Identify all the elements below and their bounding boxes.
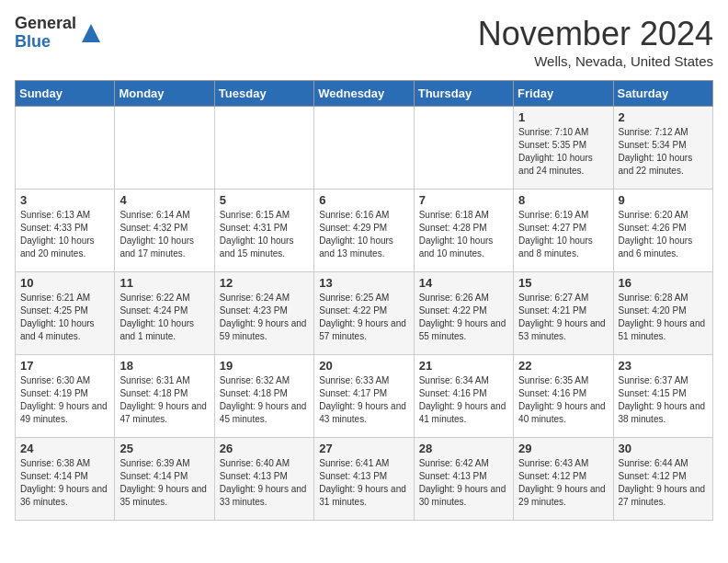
calendar-cell [16, 107, 115, 190]
calendar-cell: 5Sunrise: 6:15 AM Sunset: 4:31 PM Daylig… [214, 190, 313, 272]
day-number: 11 [119, 276, 209, 290]
svg-marker-0 [82, 24, 100, 42]
calendar-cell: 14Sunrise: 6:26 AM Sunset: 4:22 PM Dayli… [414, 272, 513, 355]
header-monday: Monday [115, 81, 214, 107]
day-info: Sunrise: 7:10 AM Sunset: 5:35 PM Dayligh… [518, 126, 608, 178]
day-number: 24 [20, 442, 109, 455]
title-block: November 2024 Wells, Nevada, United Stat… [478, 15, 713, 69]
day-number: 6 [319, 193, 408, 207]
logo-general: General [15, 15, 76, 33]
page-header: General Blue November 2024 Wells, Nevada… [15, 15, 713, 69]
calendar-cell: 27Sunrise: 6:41 AM Sunset: 4:13 PM Dayli… [314, 438, 414, 521]
day-info: Sunrise: 6:24 AM Sunset: 4:23 PM Dayligh… [220, 292, 309, 343]
logo-icon [78, 20, 104, 46]
day-info: Sunrise: 6:25 AM Sunset: 4:22 PM Dayligh… [319, 292, 408, 343]
header-friday: Friday [514, 81, 613, 107]
day-number: 9 [619, 193, 708, 207]
day-info: Sunrise: 6:40 AM Sunset: 4:13 PM Dayligh… [220, 457, 309, 509]
day-number: 18 [119, 359, 209, 373]
day-number: 8 [518, 193, 608, 207]
header-sunday: Sunday [16, 81, 115, 107]
day-info: Sunrise: 6:31 AM Sunset: 4:18 PM Dayligh… [119, 374, 209, 426]
day-info: Sunrise: 6:34 AM Sunset: 4:16 PM Dayligh… [419, 374, 508, 426]
day-number: 17 [20, 359, 109, 373]
day-number: 2 [619, 110, 708, 124]
calendar-cell: 3Sunrise: 6:13 AM Sunset: 4:33 PM Daylig… [16, 190, 115, 272]
calendar-cell: 11Sunrise: 6:22 AM Sunset: 4:24 PM Dayli… [115, 272, 214, 355]
day-number: 28 [419, 442, 508, 455]
day-info: Sunrise: 6:39 AM Sunset: 4:14 PM Dayligh… [119, 457, 209, 509]
calendar-table: SundayMondayTuesdayWednesdayThursdayFrid… [15, 80, 713, 521]
day-number: 13 [319, 276, 408, 290]
calendar-cell: 26Sunrise: 6:40 AM Sunset: 4:13 PM Dayli… [214, 438, 313, 521]
calendar-cell: 24Sunrise: 6:38 AM Sunset: 4:14 PM Dayli… [16, 438, 115, 521]
calendar-cell: 18Sunrise: 6:31 AM Sunset: 4:18 PM Dayli… [115, 355, 214, 438]
day-number: 22 [518, 359, 608, 373]
logo: General Blue [15, 15, 104, 52]
calendar-cell: 21Sunrise: 6:34 AM Sunset: 4:16 PM Dayli… [414, 355, 513, 438]
calendar-cell: 6Sunrise: 6:16 AM Sunset: 4:29 PM Daylig… [314, 190, 414, 272]
day-number: 5 [220, 193, 309, 207]
calendar-week-3: 10Sunrise: 6:21 AM Sunset: 4:25 PM Dayli… [16, 272, 713, 355]
day-number: 16 [619, 276, 708, 290]
day-info: Sunrise: 6:32 AM Sunset: 4:18 PM Dayligh… [220, 374, 309, 426]
day-number: 29 [518, 442, 608, 455]
day-number: 19 [220, 359, 309, 373]
day-info: Sunrise: 6:44 AM Sunset: 4:12 PM Dayligh… [619, 457, 708, 509]
calendar-cell: 4Sunrise: 6:14 AM Sunset: 4:32 PM Daylig… [115, 190, 214, 272]
calendar-cell: 25Sunrise: 6:39 AM Sunset: 4:14 PM Dayli… [115, 438, 214, 521]
day-number: 30 [619, 442, 708, 455]
calendar-cell [115, 107, 214, 190]
day-number: 20 [319, 359, 408, 373]
day-info: Sunrise: 6:20 AM Sunset: 4:26 PM Dayligh… [619, 209, 708, 260]
day-info: Sunrise: 6:30 AM Sunset: 4:19 PM Dayligh… [20, 374, 109, 426]
day-info: Sunrise: 6:18 AM Sunset: 4:28 PM Dayligh… [419, 209, 508, 260]
day-number: 10 [20, 276, 109, 290]
header-saturday: Saturday [613, 81, 712, 107]
day-info: Sunrise: 6:33 AM Sunset: 4:17 PM Dayligh… [319, 374, 408, 426]
location: Wells, Nevada, United States [478, 53, 713, 69]
calendar-cell: 22Sunrise: 6:35 AM Sunset: 4:16 PM Dayli… [514, 355, 613, 438]
day-info: Sunrise: 7:12 AM Sunset: 5:34 PM Dayligh… [619, 126, 708, 178]
calendar-cell: 29Sunrise: 6:43 AM Sunset: 4:12 PM Dayli… [514, 438, 613, 521]
calendar-cell: 8Sunrise: 6:19 AM Sunset: 4:27 PM Daylig… [514, 190, 613, 272]
calendar-week-2: 3Sunrise: 6:13 AM Sunset: 4:33 PM Daylig… [16, 190, 713, 272]
day-info: Sunrise: 6:22 AM Sunset: 4:24 PM Dayligh… [119, 292, 209, 343]
header-tuesday: Tuesday [214, 81, 313, 107]
calendar-week-1: 1Sunrise: 7:10 AM Sunset: 5:35 PM Daylig… [16, 107, 713, 190]
logo-text: General Blue [15, 15, 76, 52]
calendar-cell: 10Sunrise: 6:21 AM Sunset: 4:25 PM Dayli… [16, 272, 115, 355]
month-title: November 2024 [478, 15, 713, 53]
calendar-cell: 30Sunrise: 6:44 AM Sunset: 4:12 PM Dayli… [613, 438, 712, 521]
calendar-cell: 23Sunrise: 6:37 AM Sunset: 4:15 PM Dayli… [613, 355, 712, 438]
calendar-cell: 2Sunrise: 7:12 AM Sunset: 5:34 PM Daylig… [613, 107, 712, 190]
calendar-cell: 19Sunrise: 6:32 AM Sunset: 4:18 PM Dayli… [214, 355, 313, 438]
day-number: 3 [20, 193, 109, 207]
day-info: Sunrise: 6:26 AM Sunset: 4:22 PM Dayligh… [419, 292, 508, 343]
calendar-week-4: 17Sunrise: 6:30 AM Sunset: 4:19 PM Dayli… [16, 355, 713, 438]
day-info: Sunrise: 6:19 AM Sunset: 4:27 PM Dayligh… [518, 209, 608, 260]
day-info: Sunrise: 6:28 AM Sunset: 4:20 PM Dayligh… [619, 292, 708, 343]
day-info: Sunrise: 6:41 AM Sunset: 4:13 PM Dayligh… [319, 457, 408, 509]
day-info: Sunrise: 6:35 AM Sunset: 4:16 PM Dayligh… [518, 374, 608, 426]
day-info: Sunrise: 6:15 AM Sunset: 4:31 PM Dayligh… [220, 209, 309, 260]
calendar-cell: 20Sunrise: 6:33 AM Sunset: 4:17 PM Dayli… [314, 355, 414, 438]
day-number: 1 [518, 110, 608, 124]
day-number: 12 [220, 276, 309, 290]
calendar-cell: 28Sunrise: 6:42 AM Sunset: 4:13 PM Dayli… [414, 438, 513, 521]
calendar-cell [314, 107, 414, 190]
header-thursday: Thursday [414, 81, 513, 107]
day-info: Sunrise: 6:37 AM Sunset: 4:15 PM Dayligh… [619, 374, 708, 426]
day-info: Sunrise: 6:14 AM Sunset: 4:32 PM Dayligh… [119, 209, 209, 260]
calendar-cell: 13Sunrise: 6:25 AM Sunset: 4:22 PM Dayli… [314, 272, 414, 355]
day-number: 26 [220, 442, 309, 455]
calendar-cell: 7Sunrise: 6:18 AM Sunset: 4:28 PM Daylig… [414, 190, 513, 272]
day-number: 23 [619, 359, 708, 373]
day-info: Sunrise: 6:38 AM Sunset: 4:14 PM Dayligh… [20, 457, 109, 509]
calendar-cell: 15Sunrise: 6:27 AM Sunset: 4:21 PM Dayli… [514, 272, 613, 355]
day-info: Sunrise: 6:16 AM Sunset: 4:29 PM Dayligh… [319, 209, 408, 260]
calendar-header-row: SundayMondayTuesdayWednesdayThursdayFrid… [16, 81, 713, 107]
day-number: 27 [319, 442, 408, 455]
day-info: Sunrise: 6:43 AM Sunset: 4:12 PM Dayligh… [518, 457, 608, 509]
day-number: 25 [119, 442, 209, 455]
